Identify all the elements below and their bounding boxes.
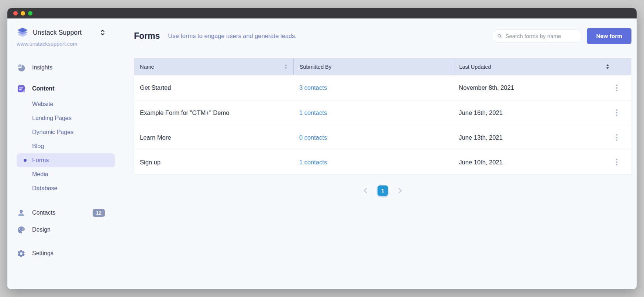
submitted-by-link[interactable]: 1 contacts <box>299 159 327 165</box>
row-menu-button[interactable] <box>613 133 620 142</box>
column-header-name[interactable]: Name <box>134 58 293 75</box>
search-box <box>492 29 582 43</box>
sidebar-item-label: Media <box>32 171 48 178</box>
sidebar-item-label: Database <box>32 185 58 192</box>
person-icon <box>17 208 25 217</box>
row-menu-button[interactable] <box>613 83 620 93</box>
content-subnav: Website Landing Pages Dynamic Pages Blog… <box>17 97 115 195</box>
last-updated-cell: June 13th, 2021 <box>459 134 502 141</box>
table-row: Sign up 1 contacts June 10th, 2021 <box>134 150 631 174</box>
sidebar-item-blog[interactable]: Blog <box>17 139 115 153</box>
new-form-button[interactable]: New form <box>587 28 631 44</box>
sidebar-item-label: Forms <box>32 157 49 164</box>
form-name-cell: Sign up <box>134 159 293 166</box>
workspace-name: Unstack Support <box>33 29 82 37</box>
previous-page-button[interactable] <box>362 186 369 195</box>
search-input[interactable] <box>505 33 576 39</box>
contacts-count-badge: 12 <box>93 209 105 217</box>
app-window: Unstack Support www.unstacksupport.com <box>7 8 637 289</box>
page-title: Forms <box>134 31 160 41</box>
pie-chart-icon <box>17 63 25 72</box>
sidebar-item-label: Dynamic Pages <box>32 129 73 136</box>
column-header-submitted-by[interactable]: Submitted By <box>293 58 453 75</box>
table-row: Learn More 0 contacts June 13th, 2021 <box>134 125 631 150</box>
form-name-cell: Learn More <box>134 134 293 141</box>
sidebar-item-contacts[interactable]: Contacts 12 <box>17 205 115 221</box>
submitted-by-link[interactable]: 0 contacts <box>299 134 327 141</box>
page-1-button[interactable]: 1 <box>378 185 388 196</box>
column-header-label: Last Updated <box>459 64 491 70</box>
submitted-by-link[interactable]: 1 contacts <box>299 109 327 116</box>
workspace-url-link[interactable]: www.unstacksupport.com <box>17 41 115 47</box>
sidebar-item-forms[interactable]: Forms <box>17 153 115 167</box>
sort-icon[interactable] <box>284 64 287 69</box>
sidebar-item-label: Design <box>32 226 51 233</box>
sidebar-item-label: Insights <box>32 64 52 71</box>
column-header-label: Submitted By <box>300 64 331 70</box>
app-body: Unstack Support www.unstacksupport.com <box>7 18 637 289</box>
table-row: Get Started 3 contacts November 8th, 202… <box>134 75 631 100</box>
sidebar-item-label: Contacts <box>32 209 55 216</box>
row-menu-button[interactable] <box>613 157 620 167</box>
window-titlebar <box>7 8 637 18</box>
main-content: Forms Use forms to engage users and gene… <box>120 18 637 289</box>
row-menu-button[interactable] <box>613 108 620 117</box>
sidebar-item-label: Landing Pages <box>32 115 72 122</box>
sidebar-item-database[interactable]: Database <box>17 181 115 195</box>
workspace-switcher-icon[interactable] <box>100 29 105 36</box>
page-header: Forms Use forms to engage users and gene… <box>134 28 631 44</box>
sidebar-item-landing-pages[interactable]: Landing Pages <box>17 111 115 125</box>
next-page-button[interactable] <box>397 186 403 195</box>
sidebar-item-insights[interactable]: Insights <box>17 59 115 76</box>
sidebar-nav: Insights Content Webs <box>17 59 115 262</box>
palette-icon <box>17 225 25 234</box>
sort-icon[interactable] <box>606 64 609 69</box>
sidebar-item-content[interactable]: Content <box>17 81 115 97</box>
submitted-by-link[interactable]: 3 contacts <box>299 84 327 91</box>
sidebar-item-label: Website <box>32 101 54 107</box>
zoom-window-button[interactable] <box>28 11 32 16</box>
close-window-button[interactable] <box>13 11 18 16</box>
table-header: Name Submitted By Last Updated <box>134 58 631 75</box>
column-header-last-updated[interactable]: Last Updated <box>453 58 631 75</box>
gear-icon <box>17 249 25 258</box>
sidebar-item-label: Content <box>32 85 54 92</box>
last-updated-cell: November 8th, 2021 <box>459 84 514 91</box>
last-updated-cell: June 16th, 2021 <box>459 109 502 116</box>
last-updated-cell: June 10th, 2021 <box>459 159 502 166</box>
forms-table: Name Submitted By Last Updated <box>134 58 631 174</box>
workspace-header: Unstack Support <box>17 27 115 38</box>
table-row: Example Form for "GTM+" Demo 1 contacts … <box>134 100 631 125</box>
document-icon <box>17 84 25 93</box>
form-name-cell: Get Started <box>134 84 293 91</box>
sidebar-item-label: Settings <box>32 250 54 257</box>
pagination: 1 <box>134 185 631 196</box>
layers-logo-icon <box>17 27 28 38</box>
minimize-window-button[interactable] <box>21 11 25 16</box>
sidebar-item-design[interactable]: Design <box>17 222 115 238</box>
sidebar-item-label: Blog <box>32 143 44 150</box>
active-item-bullet <box>24 159 27 162</box>
column-header-label: Name <box>140 64 154 70</box>
sidebar-item-website[interactable]: Website <box>17 97 115 111</box>
sidebar: Unstack Support www.unstacksupport.com <box>7 18 120 289</box>
search-icon <box>497 34 502 39</box>
form-name-cell: Example Form for "GTM+" Demo <box>134 109 293 116</box>
sidebar-item-media[interactable]: Media <box>17 167 115 181</box>
sidebar-item-settings[interactable]: Settings <box>17 245 115 262</box>
sidebar-item-dynamic-pages[interactable]: Dynamic Pages <box>17 125 115 139</box>
page-subtitle: Use forms to engage users and generate l… <box>168 33 297 40</box>
table-body: Get Started 3 contacts November 8th, 202… <box>134 75 631 174</box>
